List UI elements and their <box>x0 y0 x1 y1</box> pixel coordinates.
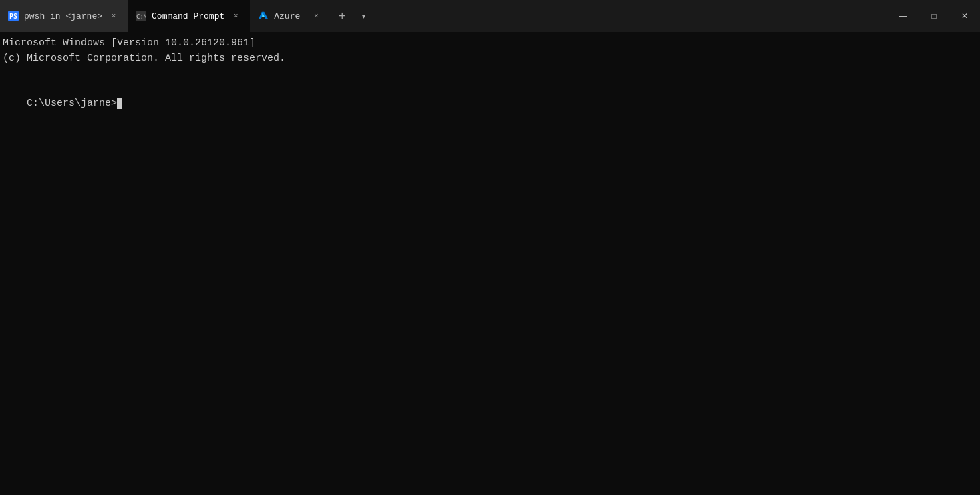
tab-azure-label: Azure <box>274 11 305 21</box>
window-controls: — □ ✕ <box>888 0 980 32</box>
terminal-line-3 <box>3 66 977 81</box>
tab-azure[interactable]: Azure × <box>250 0 330 32</box>
tab-pwsh[interactable]: PS pwsh in <jarne> × <box>0 0 128 32</box>
svg-text:C:\: C:\ <box>136 13 146 20</box>
terminal-line-1: Microsoft Windows [Version 10.0.26120.96… <box>3 36 977 51</box>
terminal-prompt-line: C:\Users\jarne> <box>3 81 977 127</box>
terminal-line-2: (c) Microsoft Corporation. All rights re… <box>3 51 977 67</box>
terminal-cursor <box>117 98 122 109</box>
maximize-button[interactable]: □ <box>919 0 949 32</box>
tabs-container: PS pwsh in <jarne> × C:\ Command Prompt … <box>0 0 888 32</box>
tab-cmd-close[interactable]: × <box>230 10 242 22</box>
svg-text:PS: PS <box>9 13 17 20</box>
tab-pwsh-close[interactable]: × <box>108 10 120 22</box>
tabs-dropdown-button[interactable]: ▾ <box>354 0 373 32</box>
terminal-content[interactable]: Microsoft Windows [Version 10.0.26120.96… <box>0 32 980 495</box>
pwsh-icon: PS <box>8 11 19 21</box>
tab-cmd[interactable]: C:\ Command Prompt × <box>128 0 250 32</box>
titlebar: PS pwsh in <jarne> × C:\ Command Prompt … <box>0 0 980 32</box>
close-button[interactable]: ✕ <box>949 0 980 32</box>
tab-cmd-label: Command Prompt <box>152 11 224 21</box>
tab-azure-close[interactable]: × <box>310 10 322 22</box>
tab-pwsh-label: pwsh in <jarne> <box>24 11 102 21</box>
cmd-icon: C:\ <box>136 11 146 21</box>
azure-icon <box>258 11 269 21</box>
new-tab-button[interactable]: + <box>330 0 354 32</box>
minimize-button[interactable]: — <box>888 0 919 32</box>
terminal-prompt: C:\Users\jarne> <box>27 98 117 109</box>
